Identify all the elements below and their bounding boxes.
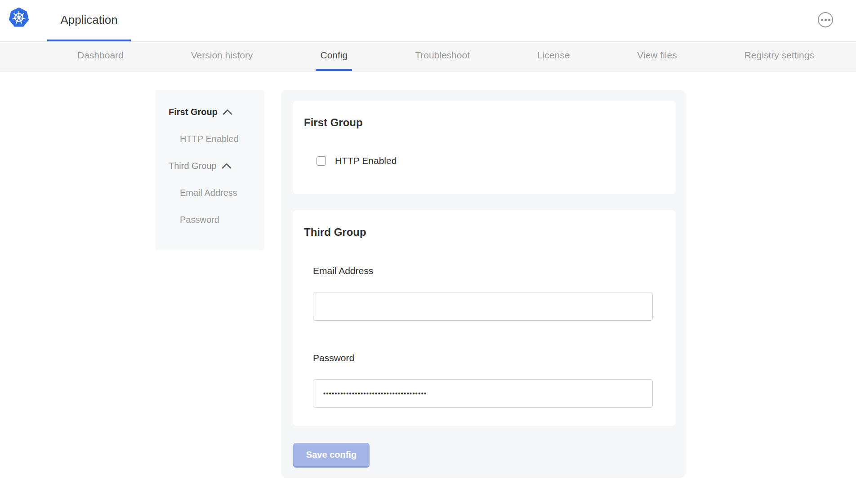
config-group-card-first: First Group HTTP Enabled (293, 101, 676, 194)
email-address-input[interactable] (313, 292, 653, 321)
group-title: First Group (304, 116, 656, 129)
sidebar-item-password[interactable]: Password (155, 214, 264, 225)
more-options-button[interactable] (818, 12, 833, 27)
sidebar-item-label: Third Group (169, 161, 217, 171)
sidebar-item-first-group[interactable]: First Group (155, 106, 264, 118)
ellipsis-icon (821, 19, 830, 21)
chevron-up-icon (222, 163, 232, 169)
tab-application[interactable]: Application (47, 0, 131, 41)
http-enabled-checkbox[interactable] (317, 156, 326, 166)
sidebar-item-third-group[interactable]: Third Group (155, 160, 264, 172)
sidebar-item-label: Email Address (180, 188, 237, 198)
config-group-nav: First Group HTTP Enabled Third Group Ema… (155, 90, 264, 250)
password-label: Password (313, 352, 656, 364)
sidebar-item-email-address[interactable]: Email Address (155, 187, 264, 199)
tab-registry-settings[interactable]: Registry settings (740, 42, 819, 71)
sidebar-item-label: Password (180, 215, 219, 225)
sidebar-item-http-enabled[interactable]: HTTP Enabled (155, 133, 264, 145)
tab-dashboard[interactable]: Dashboard (73, 42, 128, 71)
save-config-button[interactable]: Save config (293, 443, 370, 466)
email-address-label: Email Address (313, 265, 656, 277)
app-header: Application (0, 0, 856, 42)
config-group-card-third: Third Group Email Address Password (293, 210, 676, 426)
tab-troubleshoot[interactable]: Troubleshoot (410, 42, 474, 71)
chevron-up-icon (223, 109, 232, 115)
sidebar-item-label: HTTP Enabled (180, 134, 239, 144)
config-form-panel: First Group HTTP Enabled Third Group Ema… (281, 90, 686, 478)
kubernetes-logo-icon (8, 6, 30, 28)
sidebar-item-label: First Group (169, 107, 218, 117)
tab-version-history[interactable]: Version history (187, 42, 258, 71)
app-subnav: Dashboard Version history Config Trouble… (0, 42, 856, 71)
tab-license[interactable]: License (533, 42, 574, 71)
tab-config[interactable]: Config (316, 42, 352, 71)
tab-view-files[interactable]: View files (633, 42, 681, 71)
group-title: Third Group (304, 225, 656, 239)
password-input[interactable] (313, 379, 653, 408)
checkbox-label[interactable]: HTTP Enabled (335, 155, 397, 166)
